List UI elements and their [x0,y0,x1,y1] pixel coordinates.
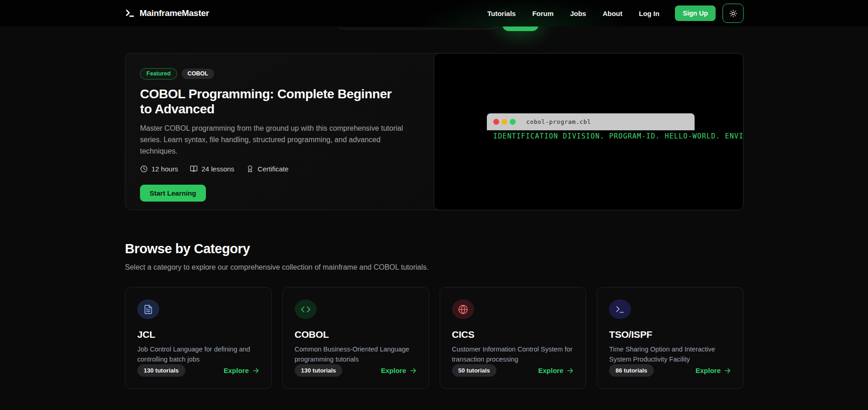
browse-subheading: Select a category to explore our compreh… [125,263,744,272]
code-snippet: IDENTIFICATION DIVISION. PROGRAM-ID. HEL… [493,132,744,140]
arrow-right-icon [410,367,417,374]
window-minimize-dot [501,119,507,125]
explore-link[interactable]: Explore [695,367,731,374]
tutorial-count-badge: 130 tutorials [137,364,185,377]
theme-toggle-button[interactable] [722,4,744,23]
arrow-right-icon [724,367,731,374]
explore-link[interactable]: Explore [224,367,259,374]
category-card-cics[interactable]: CICS Customer Information Control System… [440,287,587,389]
tutorial-count-badge: 50 tutorials [452,364,496,377]
window-maximize-dot [510,119,516,125]
category-title: JCL [137,329,259,340]
brand-name: MainframeMaster [140,8,209,18]
explore-link[interactable]: Explore [381,367,416,374]
certificate-label: Certificate [258,165,289,173]
page: MainframeMaster Tutorials Forum Jobs Abo… [0,0,868,410]
nav-link-login[interactable]: Log In [639,10,659,17]
course-meta-row: 12 hours 24 lessons Certificate [140,165,419,173]
code-preview-panel: cobol-program.cbl IDENTIFICATION DIVISIO… [434,53,744,210]
arrow-right-icon [566,367,574,374]
category-card-tso-ispf[interactable]: TSO/ISPF Time Sharing Option and Interac… [597,287,744,389]
duration-meta: 12 hours [140,165,178,173]
category-card-jcl[interactable]: JCL Job Control Language for defining an… [125,287,272,389]
file-text-icon [137,299,159,319]
main-content: Featured COBOL COBOL Programming: Comple… [125,53,744,389]
nav-links: Tutorials Forum Jobs About Log In [487,10,659,17]
code-filename: cobol-program.cbl [526,118,591,125]
nav-link-about[interactable]: About [603,10,622,17]
category-description: Customer Information Control System for … [452,345,574,364]
badge-row: Featured COBOL [140,68,419,80]
terminal-icon [609,299,631,319]
globe-icon [452,299,474,319]
start-learning-button[interactable]: Start Learning [140,185,206,202]
category-title: TSO/ISPF [609,329,731,340]
signup-button[interactable]: Sign Up [675,5,716,21]
featured-tutorial-card: Featured COBOL COBOL Programming: Comple… [125,53,744,210]
category-card-footer: 130 tutorials Explore [295,364,417,377]
hero-description: Master COBOL programming from the ground… [140,122,419,157]
category-card-grid: JCL Job Control Language for defining an… [125,287,744,389]
lessons-label: 24 lessons [201,165,234,173]
code-editor-window: cobol-program.cbl [487,113,695,130]
code-icon [295,299,317,319]
category-description: Common Business-Oriented Language progra… [295,345,417,364]
award-icon [246,165,254,173]
featured-tutorial-info: Featured COBOL COBOL Programming: Comple… [125,53,434,210]
explore-link[interactable]: Explore [538,367,574,374]
arrow-right-icon [252,367,259,374]
sun-icon [729,10,737,17]
category-card-footer: 130 tutorials Explore [137,364,259,377]
explore-label: Explore [538,367,563,374]
terminal-icon [125,8,135,18]
category-card-footer: 86 tutorials Explore [609,364,731,377]
top-navbar: MainframeMaster Tutorials Forum Jobs Abo… [0,0,868,27]
brand-logo[interactable]: MainframeMaster [125,8,209,18]
browse-heading: Browse by Category [125,241,744,256]
nav-link-tutorials[interactable]: Tutorials [487,10,516,17]
code-window-titlebar: cobol-program.cbl [487,113,695,130]
category-title: COBOL [295,329,417,340]
duration-label: 12 hours [151,165,178,173]
window-close-dot [493,119,499,125]
category-card-footer: 50 tutorials Explore [452,364,574,377]
featured-badge: Featured [140,68,177,80]
lessons-meta: 24 lessons [190,165,234,173]
clock-icon [140,165,148,173]
certificate-meta: Certificate [246,165,289,173]
explore-label: Explore [224,367,249,374]
explore-label: Explore [381,367,406,374]
book-open-icon [190,165,198,173]
navbar-inner: MainframeMaster Tutorials Forum Jobs Abo… [125,0,744,27]
nav-link-forum[interactable]: Forum [532,10,554,17]
explore-label: Explore [695,367,721,374]
topic-badge: COBOL [182,69,214,79]
category-description: Job Control Language for defining and co… [137,345,259,364]
tutorial-count-badge: 86 tutorials [609,364,653,377]
tutorial-count-badge: 130 tutorials [295,364,343,377]
category-description: Time Sharing Option and Interactive Syst… [609,345,731,364]
category-card-cobol[interactable]: COBOL Common Business-Oriented Language … [282,287,429,389]
nav-link-jobs[interactable]: Jobs [570,10,586,17]
hero-title: COBOL Programming: Complete Beginner to … [140,86,396,117]
category-title: CICS [452,329,574,340]
